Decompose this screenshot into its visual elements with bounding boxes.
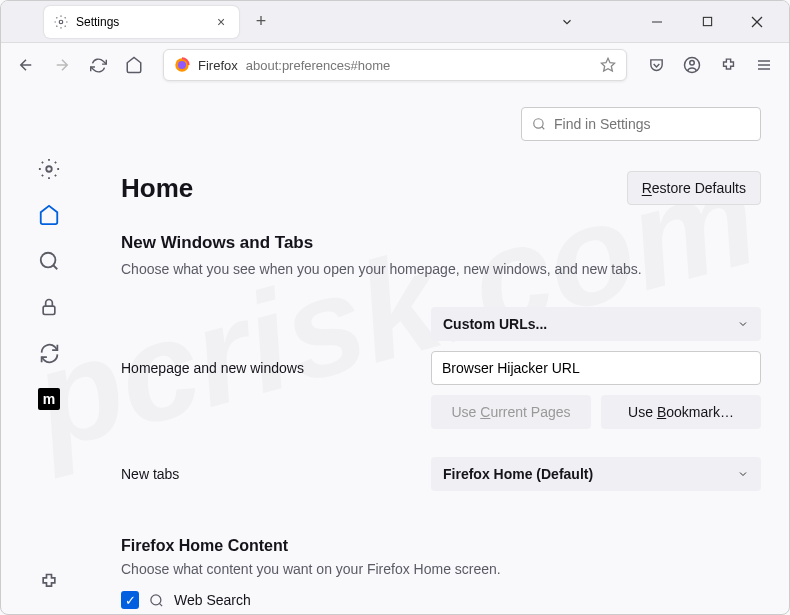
- reload-button[interactable]: [83, 50, 113, 80]
- svg-line-15: [53, 265, 57, 269]
- newtabs-select[interactable]: Firefox Home (Default): [431, 457, 761, 491]
- account-button[interactable]: [677, 50, 707, 80]
- section-new-windows-title: New Windows and Tabs: [121, 233, 761, 253]
- sidebar-privacy-icon[interactable]: [37, 295, 61, 319]
- web-search-row[interactable]: ✓ Web Search: [121, 591, 761, 609]
- svg-point-17: [534, 119, 543, 128]
- sidebar-more-icon[interactable]: m: [37, 387, 61, 411]
- svg-rect-16: [43, 306, 55, 314]
- back-button[interactable]: [11, 50, 41, 80]
- chevron-down-icon: [737, 318, 749, 330]
- sidebar-home-icon[interactable]: [37, 203, 61, 227]
- restore-defaults-button[interactable]: Restore Defaults: [627, 171, 761, 205]
- svg-point-19: [151, 594, 161, 604]
- homepage-select[interactable]: Custom URLs...: [431, 307, 761, 341]
- section-home-content-desc: Choose what content you want on your Fir…: [121, 561, 761, 577]
- web-search-label: Web Search: [174, 592, 251, 608]
- menu-button[interactable]: [749, 50, 779, 80]
- use-bookmark-button[interactable]: Use Bookmark…: [601, 395, 761, 429]
- svg-point-0: [59, 20, 63, 24]
- svg-marker-7: [601, 58, 614, 71]
- checkbox-checked-icon[interactable]: ✓: [121, 591, 139, 609]
- tab-title: Settings: [76, 15, 205, 29]
- search-icon: [149, 593, 164, 608]
- firefox-icon: [174, 57, 190, 73]
- svg-rect-2: [703, 17, 711, 25]
- svg-point-9: [690, 61, 695, 66]
- homepage-url-input[interactable]: [431, 351, 761, 385]
- address-bar[interactable]: Firefox about:preferences#home: [163, 49, 627, 81]
- sidebar: m: [1, 87, 97, 614]
- svg-point-14: [41, 253, 56, 268]
- titlebar: Settings × +: [1, 1, 789, 43]
- gear-icon: [54, 15, 68, 29]
- forward-button[interactable]: [47, 50, 77, 80]
- svg-line-20: [159, 603, 162, 606]
- close-icon[interactable]: ×: [213, 14, 229, 30]
- homepage-label: Homepage and new windows: [121, 360, 431, 376]
- section-new-windows-desc: Choose what you see when you open your h…: [121, 261, 761, 277]
- newtabs-label: New tabs: [121, 466, 431, 482]
- tabs-dropdown-button[interactable]: [553, 8, 581, 36]
- minimize-button[interactable]: [643, 8, 671, 36]
- content: m Home Restore Defaults New Windows and …: [1, 87, 789, 614]
- search-icon: [532, 117, 546, 131]
- extensions-button[interactable]: [713, 50, 743, 80]
- section-home-content-title: Firefox Home Content: [121, 537, 761, 555]
- maximize-button[interactable]: [693, 8, 721, 36]
- sidebar-extensions-icon[interactable]: [37, 570, 61, 594]
- svg-point-6: [178, 61, 186, 69]
- bookmark-star-icon[interactable]: [600, 57, 616, 73]
- sidebar-general-icon[interactable]: [37, 157, 61, 181]
- chevron-down-icon: [737, 468, 749, 480]
- use-current-pages-button[interactable]: Use Current Pages: [431, 395, 591, 429]
- browser-tab[interactable]: Settings ×: [44, 6, 239, 38]
- address-label: Firefox: [198, 58, 238, 73]
- find-in-settings[interactable]: [521, 107, 761, 141]
- sidebar-sync-icon[interactable]: [37, 341, 61, 365]
- page-title: Home: [121, 173, 193, 204]
- home-button[interactable]: [119, 50, 149, 80]
- toolbar: Firefox about:preferences#home: [1, 43, 789, 87]
- close-window-button[interactable]: [743, 8, 771, 36]
- svg-line-18: [542, 127, 545, 130]
- sidebar-search-icon[interactable]: [37, 249, 61, 273]
- svg-point-13: [46, 166, 52, 172]
- new-tab-button[interactable]: +: [247, 8, 275, 36]
- address-url: about:preferences#home: [246, 58, 391, 73]
- main-content: Home Restore Defaults New Windows and Ta…: [97, 87, 789, 614]
- search-input[interactable]: [554, 116, 750, 132]
- pocket-button[interactable]: [641, 50, 671, 80]
